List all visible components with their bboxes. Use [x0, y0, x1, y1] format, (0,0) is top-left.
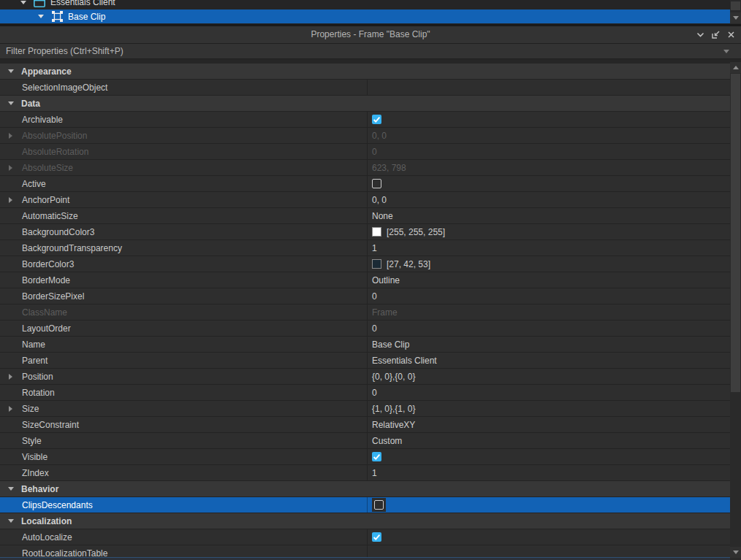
- property-row-bordermode[interactable]: BorderModeOutline: [0, 272, 730, 288]
- property-value-cell[interactable]: {0, 0},{0, 0}: [367, 369, 730, 384]
- section-header-behavior[interactable]: Behavior: [0, 481, 730, 497]
- property-value-cell[interactable]: 0: [367, 321, 730, 336]
- property-value-cell[interactable]: [367, 545, 730, 557]
- property-row-backgroundtransparency[interactable]: BackgroundTransparency1: [0, 240, 730, 256]
- property-row-selectionimageobject[interactable]: SelectionImageObject: [0, 80, 730, 96]
- filter-dropdown-icon[interactable]: [723, 50, 729, 53]
- property-value-cell[interactable]: Frame: [367, 304, 730, 320]
- property-value-cell[interactable]: 1: [367, 240, 730, 256]
- property-name-cell: BorderSizePixel: [0, 288, 367, 304]
- tree-expand-arrow-icon[interactable]: [20, 1, 26, 4]
- property-row-sizeconstraint[interactable]: SizeConstraintRelativeXY: [0, 417, 730, 433]
- checkbox[interactable]: [374, 500, 384, 510]
- expand-arrow-icon[interactable]: [9, 133, 22, 139]
- property-value-cell[interactable]: 0, 0: [367, 128, 730, 143]
- filter-placeholder: Filter Properties (Ctrl+Shift+P): [6, 46, 123, 56]
- property-value-cell[interactable]: 623, 798: [367, 160, 730, 175]
- property-row-backgroundcolor3[interactable]: BackgroundColor3[255, 255, 255]: [0, 224, 730, 240]
- property-value-cell[interactable]: 0: [367, 144, 730, 159]
- property-label: Active: [22, 179, 46, 189]
- scroll-up-icon[interactable]: [730, 62, 741, 73]
- property-value-cell[interactable]: [367, 176, 730, 191]
- filter-properties-input[interactable]: Filter Properties (Ctrl+Shift+P): [0, 44, 741, 59]
- expand-arrow-icon[interactable]: [9, 374, 22, 380]
- property-value-cell[interactable]: RelativeXY: [367, 417, 730, 432]
- chevron-down-icon[interactable]: [695, 29, 706, 40]
- frame-icon: [51, 11, 63, 23]
- property-row-clipsdescendants[interactable]: ClipsDescendants: [0, 497, 730, 513]
- property-row-size[interactable]: Size{1, 0},{1, 0}: [0, 401, 730, 417]
- property-value-cell[interactable]: [367, 497, 730, 513]
- roblox-studio-properties-window: Essentials Client Base Clip Pr: [0, 0, 741, 560]
- color-swatch[interactable]: [372, 259, 381, 269]
- property-name-cell: AnchorPoint: [0, 192, 367, 207]
- property-value-cell[interactable]: 0, 0: [367, 192, 730, 207]
- property-value-cell[interactable]: 0: [367, 288, 730, 304]
- property-label: Position: [22, 372, 53, 382]
- property-value-cell[interactable]: [27, 42, 53]: [367, 256, 730, 272]
- property-row-parent[interactable]: ParentEssentials Client: [0, 353, 730, 369]
- scroll-down-icon[interactable]: [730, 12, 741, 23]
- property-value-cell[interactable]: Custom: [367, 433, 730, 448]
- scroll-down-icon[interactable]: [730, 547, 741, 558]
- checkbox[interactable]: [372, 452, 381, 461]
- property-value-cell[interactable]: Outline: [367, 272, 730, 288]
- property-row-rootlocalizationtable[interactable]: RootLocalizationTable: [0, 545, 730, 557]
- property-row-style[interactable]: StyleCustom: [0, 433, 730, 449]
- property-value-cell[interactable]: {1, 0},{1, 0}: [367, 401, 730, 416]
- property-name-cell: BackgroundTransparency: [0, 240, 367, 256]
- property-value-cell[interactable]: Base Clip: [367, 337, 730, 352]
- float-window-icon[interactable]: [710, 29, 721, 40]
- property-name-cell: Visible: [0, 449, 367, 464]
- property-row-visible[interactable]: Visible: [0, 449, 730, 465]
- property-row-classname[interactable]: ClassNameFrame: [0, 304, 730, 321]
- property-value-cell[interactable]: Essentials Client: [367, 353, 730, 368]
- property-row-active[interactable]: Active: [0, 176, 730, 192]
- value-text: 0, 0: [372, 195, 387, 205]
- value-text: 1: [372, 468, 377, 478]
- property-row-position[interactable]: Position{0, 0},{0, 0}: [0, 369, 730, 385]
- property-row-autolocalize[interactable]: AutoLocalize: [0, 529, 730, 545]
- property-row-anchorpoint[interactable]: AnchorPoint0, 0: [0, 192, 730, 208]
- property-value-cell[interactable]: 1: [367, 465, 730, 480]
- section-header-appearance[interactable]: Appearance: [0, 64, 730, 80]
- tree-item-base-clip[interactable]: Base Clip: [0, 9, 730, 23]
- property-row-rotation[interactable]: Rotation0: [0, 385, 730, 401]
- expand-arrow-icon[interactable]: [9, 406, 22, 412]
- properties-scrollbar-thumb[interactable]: [731, 74, 740, 392]
- checkbox[interactable]: [372, 179, 381, 188]
- close-icon[interactable]: [726, 29, 737, 40]
- property-label: SelectionImageObject: [22, 83, 107, 93]
- tree-expand-arrow-icon[interactable]: [38, 15, 44, 18]
- property-value-cell[interactable]: None: [367, 208, 730, 223]
- property-row-name[interactable]: NameBase Clip: [0, 337, 730, 353]
- property-value-cell[interactable]: [255, 255, 255]: [367, 224, 730, 239]
- property-row-absoluterotation[interactable]: AbsoluteRotation0: [0, 144, 730, 160]
- panel-bottom-edge: [0, 557, 730, 560]
- property-row-bordersizepixel[interactable]: BorderSizePixel0: [0, 288, 730, 304]
- property-value-cell[interactable]: [367, 80, 730, 95]
- checkbox[interactable]: [372, 532, 381, 542]
- property-label: AnchorPoint: [22, 195, 69, 205]
- section-collapse-icon: [8, 519, 14, 523]
- property-value-cell[interactable]: 0: [367, 385, 730, 400]
- property-value-cell[interactable]: [367, 529, 730, 545]
- property-row-archivable[interactable]: Archivable: [0, 112, 730, 128]
- properties-grid: AppearanceSelectionImageObjectDataArchiv…: [0, 64, 730, 557]
- property-row-layoutorder[interactable]: LayoutOrder0: [0, 321, 730, 337]
- property-value-cell[interactable]: [367, 112, 730, 127]
- property-row-absoluteposition[interactable]: AbsolutePosition0, 0: [0, 128, 730, 144]
- section-header-data[interactable]: Data: [0, 96, 730, 112]
- checkbox[interactable]: [372, 115, 381, 124]
- property-value-cell[interactable]: [367, 449, 730, 464]
- property-row-bordercolor3[interactable]: BorderColor3[27, 42, 53]: [0, 256, 730, 272]
- property-row-automaticsize[interactable]: AutomaticSizeNone: [0, 208, 730, 224]
- expand-arrow-icon[interactable]: [9, 197, 22, 203]
- expand-arrow-icon[interactable]: [9, 165, 22, 171]
- tree-item-essentials-client[interactable]: Essentials Client: [0, 0, 730, 9]
- property-row-absolutesize[interactable]: AbsoluteSize623, 798: [0, 160, 730, 176]
- section-header-localization[interactable]: Localization: [0, 513, 730, 529]
- color-swatch[interactable]: [372, 227, 381, 237]
- explorer-scrollbar-thumb[interactable]: [731, 1, 740, 10]
- property-row-zindex[interactable]: ZIndex1: [0, 465, 730, 481]
